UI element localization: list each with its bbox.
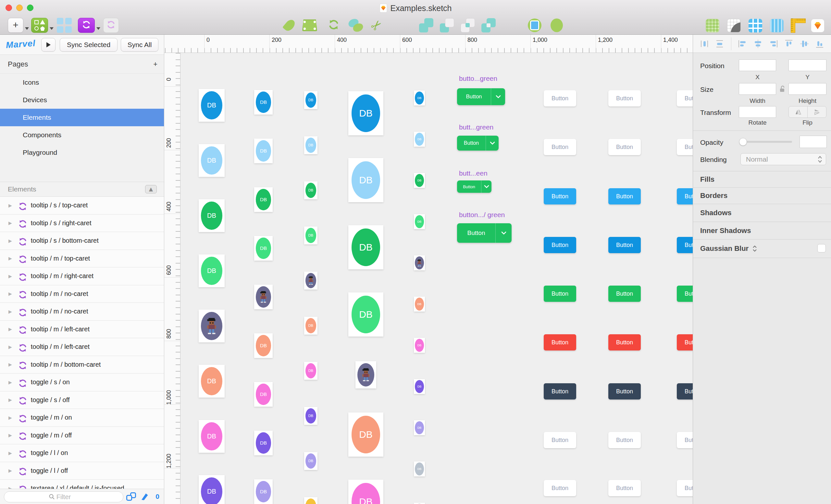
avatar-card[interactable]: DB (414, 132, 425, 147)
avatar-card[interactable]: DB (304, 181, 317, 199)
button-sample[interactable]: Button (677, 383, 693, 399)
avatar-card[interactable]: DB (348, 158, 383, 202)
avatar-card[interactable] (304, 272, 317, 290)
layout-grid-icon[interactable] (748, 19, 763, 33)
avatar-card[interactable]: DB (414, 214, 425, 229)
symbol-list-item[interactable]: ▶ toggle / l / on (0, 444, 164, 462)
button-sample[interactable]: Button (608, 383, 641, 399)
artboard-icon[interactable] (56, 18, 73, 33)
collapse-panel-icon[interactable]: ▲ (145, 185, 157, 194)
avatar-card[interactable]: DB (304, 91, 317, 109)
disclosure-triangle-icon[interactable]: ▶ (8, 344, 12, 350)
sidebar-page-elements[interactable]: Elements (0, 109, 164, 126)
symbol-list-item[interactable]: ▶ toggle / l / off (0, 462, 164, 480)
button-sample[interactable]: Button (608, 480, 641, 496)
dropdown-button[interactable]: Button (457, 88, 505, 105)
filter-input[interactable] (4, 491, 123, 502)
button-sample[interactable]: Button (677, 334, 693, 351)
sidebar-page-devices[interactable]: Devices (0, 91, 164, 109)
flip-horizontal-button[interactable] (789, 107, 808, 117)
sidebar-page-playground[interactable]: Playground (0, 144, 164, 161)
sketch-mirror-icon[interactable] (810, 19, 825, 33)
fills-section[interactable]: Fills (693, 171, 831, 187)
disclosure-triangle-icon[interactable]: ▶ (8, 203, 12, 208)
inner-shadows-section[interactable]: Inner Shadows (693, 221, 831, 239)
button-sample[interactable]: Button (677, 90, 693, 107)
avatar-card[interactable] (254, 285, 273, 309)
size-height-input[interactable] (789, 83, 827, 95)
avatar-card[interactable]: DB (304, 136, 317, 154)
dropdown-button[interactable]: Button (457, 223, 512, 243)
avatar-card[interactable]: DB (199, 89, 225, 122)
columns-icon[interactable] (769, 19, 784, 33)
avatar-card[interactable]: DB (414, 379, 425, 394)
artboard-title[interactable]: butto...green (459, 75, 497, 83)
horizontal-ruler[interactable]: 02004006008001,0001,2001,400 (164, 35, 693, 53)
vector-edit-icon[interactable] (301, 18, 318, 33)
disclosure-triangle-icon[interactable]: ▶ (8, 468, 12, 473)
pixel-grid-icon[interactable] (726, 19, 741, 33)
symbol-list-item[interactable]: ▶ tooltip / s / bottom-caret (0, 232, 164, 250)
avatar-card[interactable] (355, 361, 376, 388)
symbol-list-item[interactable]: ▶ tooltip / m / left-caret (0, 321, 164, 338)
difference-icon[interactable] (480, 18, 497, 33)
blur-type-chevrons-icon[interactable] (752, 245, 757, 252)
oval-tools-icon[interactable] (347, 18, 364, 33)
button-sample[interactable]: Button (677, 237, 693, 253)
avatar-card[interactable]: DB (199, 199, 225, 232)
button-sample[interactable]: Button (608, 188, 641, 204)
button-sample[interactable]: Button (544, 383, 576, 399)
shadows-section[interactable]: Shadows (693, 204, 831, 221)
borders-section[interactable]: Borders (693, 187, 831, 204)
button-sample[interactable]: Button (677, 286, 693, 302)
avatar-card[interactable]: DB (414, 420, 425, 435)
disclosure-triangle-icon[interactable]: ▶ (8, 380, 12, 385)
gaussian-blur-section[interactable]: Gaussian Blur (693, 239, 831, 258)
avatar-card[interactable]: DB (414, 297, 425, 312)
mask-icon[interactable] (526, 18, 543, 33)
button-sample[interactable]: Button (544, 139, 576, 155)
avatar-card[interactable]: DB (414, 338, 425, 353)
chevron-down-icon[interactable] (486, 136, 498, 151)
button-sample[interactable]: Button (677, 480, 693, 496)
button-sample[interactable]: Button (544, 286, 576, 302)
symbol-list-item[interactable]: ▶ toggle / s / on (0, 374, 164, 391)
symbol-list-item[interactable]: ▶ tooltip / s / right-caret (0, 214, 164, 232)
avatar-card[interactable]: DB (254, 382, 273, 407)
avatar-card[interactable]: DB (348, 225, 383, 269)
align-left-icon[interactable] (738, 39, 747, 48)
align-middle-vertical-icon[interactable] (800, 39, 809, 48)
sidebar-page-components[interactable]: Components (0, 126, 164, 144)
chevron-down-icon[interactable] (481, 180, 491, 193)
insert-plus-icon[interactable]: + (8, 18, 23, 33)
avatar-card[interactable]: DB (304, 362, 317, 380)
symbol-list-item[interactable]: ▶ toggle / s / off (0, 391, 164, 409)
grid-icon[interactable] (705, 19, 720, 33)
button-sample[interactable]: Button (608, 237, 641, 253)
avatar-card[interactable]: DB (414, 503, 425, 504)
union-icon[interactable] (418, 18, 434, 33)
dropdown-button[interactable]: Button (457, 136, 498, 151)
button-sample[interactable]: Button (677, 139, 693, 155)
vertical-ruler[interactable]: 02004006008001,0001,200 (164, 53, 180, 504)
button-sample[interactable]: Button (544, 432, 576, 448)
symbol-list-item[interactable]: ▶ tooltip / m / no-caret (0, 285, 164, 303)
avatar-card[interactable]: DB (304, 317, 317, 334)
avatar-card[interactable]: DB (254, 187, 273, 212)
disclosure-triangle-icon[interactable]: ▶ (8, 309, 12, 314)
scissors-icon[interactable]: ✂ (369, 18, 384, 33)
pen-tool-icon[interactable] (140, 492, 150, 501)
transform-rotate-input[interactable] (739, 106, 776, 118)
avatar-card[interactable]: DB (348, 480, 383, 504)
disclosure-triangle-icon[interactable]: ▶ (8, 274, 12, 279)
align-center-horizontal-icon[interactable] (754, 39, 762, 48)
avatar-card[interactable]: DB (199, 475, 225, 504)
duplicate-page-icon[interactable] (126, 492, 136, 501)
symbol-list-item[interactable]: ▶ toggle / m / off (0, 427, 164, 445)
disclosure-triangle-icon[interactable]: ▶ (8, 450, 12, 456)
button-sample[interactable]: Button (677, 432, 693, 448)
avatar-card[interactable]: DB (254, 431, 273, 455)
avatar-card[interactable]: DB (348, 413, 383, 456)
opacity-input[interactable] (800, 136, 827, 148)
size-width-input[interactable] (739, 83, 776, 95)
